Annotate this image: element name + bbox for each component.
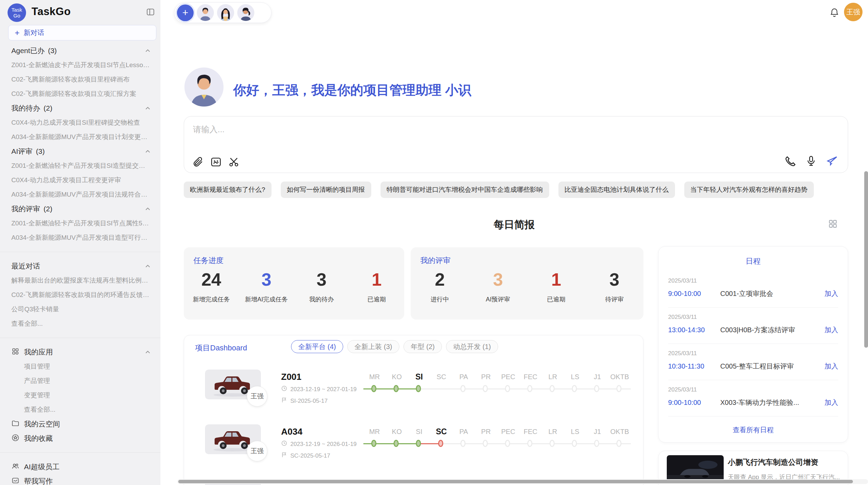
chat-input[interactable] (193, 124, 837, 147)
paperclip-icon[interactable] (192, 156, 204, 168)
milestone-dot (460, 440, 466, 447)
event-join-link[interactable]: 加入 (824, 289, 838, 298)
stat-card-title: 任务进度 (193, 256, 224, 266)
chevron-up-icon[interactable] (144, 348, 152, 356)
suggestion-chip[interactable]: 比亚迪全固态电池计划具体说了什么 (558, 182, 675, 198)
sidebar-conversation-item[interactable]: Z001-全新燃油皮卡产品开发项目SI节点Lesson Learn报告 (0, 58, 160, 72)
suggestion-chip[interactable]: 欧洲新规最近颁布了什么? (184, 182, 272, 198)
sidebar-recent-item[interactable]: C02-飞腾新能源轻客改款项目的闭环通告反馈情况 (0, 288, 160, 302)
stat-label: 新增完成任务 (184, 295, 239, 303)
notifications-bell-icon[interactable] (829, 7, 840, 18)
project-dashboard-card: 项目Dashboard 全新平台 (4)全新上装 (3)年型 (2)动总开发 (… (184, 335, 643, 485)
milestone-PEC: PEC (497, 426, 519, 452)
sidebar-tool-people-icon[interactable]: AI超级员工 (0, 460, 160, 474)
sidebar-conversation-item[interactable]: A034-全新新能源MUV产品开发项目造型可行性评审 (0, 231, 160, 245)
chevron-up-icon[interactable] (144, 104, 152, 112)
dashboard-tab[interactable]: 全新平台 (4) (291, 340, 343, 353)
add-agent-button[interactable]: + (177, 4, 194, 21)
agent-avatar-1[interactable] (197, 4, 214, 21)
sidebar-tool-write-icon[interactable]: 帮我写作 (0, 474, 160, 485)
milestone-label: PR (475, 426, 497, 437)
sidebar-conversation-item[interactable]: C02-飞腾新能源轻客改款项目里程碑画布 (0, 72, 160, 87)
project-owner-chip: 王强 (247, 386, 267, 407)
sidebar-app-item[interactable]: 查看全部... (0, 402, 160, 417)
sidebar-conversation-item[interactable]: A034-全新新能源MUV产品开发项目计划变更表编写 (0, 130, 160, 144)
project-row[interactable]: 王强 A034 2023-12-19 ~ 2026-01-19 SC-2025-… (184, 424, 643, 479)
sidebar-conversation-item[interactable]: C02-飞腾新能源轻客改款项目立项汇报方案 (0, 87, 160, 101)
sidebar-conversation-item[interactable]: Z001-全新燃油轻卡产品开发项目SI造型提交物评审 (0, 159, 160, 173)
agent-avatar-3[interactable] (237, 4, 254, 21)
dashboard-tab[interactable]: 全新上装 (3) (347, 340, 399, 353)
milestone-dot (505, 385, 510, 392)
sidebar-header: Task Go TaskGo (0, 0, 160, 25)
sidebar-my-apps-header[interactable]: 我的应用 (0, 345, 160, 359)
chat-input-card (184, 116, 848, 173)
sidebar: Task Go TaskGo + 新对话 Agent已办(3)Z001-全新燃油… (0, 0, 160, 485)
sidebar-app-item[interactable]: 产品管理 (0, 374, 160, 388)
chevron-up-icon[interactable] (144, 262, 152, 270)
milestone-FEC: FEC (519, 426, 542, 452)
sidebar-section-header-1[interactable]: 我的待办(2) (0, 101, 160, 115)
event-join-link[interactable]: 加入 (824, 398, 838, 407)
sidebar-sections: Agent已办(3)Z001-全新燃油皮卡产品开发项目SI节点Lesson Le… (0, 43, 160, 485)
sidebar-conversation-item[interactable]: Z001-全新燃油轻卡产品开发项目SI节点属性5D文件评审 (0, 216, 160, 231)
milestone-dot (394, 385, 399, 392)
suggestion-chip[interactable]: 如何写一份清晰的项目周报 (281, 182, 371, 198)
sidebar-recent-item[interactable]: 解释最新出台的欧盟报废车法规再生塑料比例被调至15%... (0, 273, 160, 288)
microphone-icon[interactable] (805, 155, 817, 167)
greeting-text: 你好，王强，我是你的项目管理助理 小识 (233, 82, 471, 99)
chevron-up-icon[interactable] (144, 47, 152, 54)
sidebar-conversation-item[interactable]: A034-全新新能源MUV产品开发项目法规符合性评审 (0, 187, 160, 202)
send-icon[interactable] (825, 155, 839, 167)
agent-avatar-2[interactable] (217, 4, 234, 21)
user-avatar[interactable]: 王强 (844, 3, 863, 21)
chevron-up-icon[interactable] (144, 205, 152, 213)
image-icon[interactable] (210, 156, 222, 168)
event-join-link[interactable]: 加入 (824, 362, 838, 371)
phone-icon[interactable] (785, 155, 797, 167)
chevron-up-icon[interactable] (144, 148, 152, 155)
sidebar-item-star-badge-icon[interactable]: 我的收藏 (0, 431, 160, 446)
project-flag-milestone: SC-2025-05-17 (281, 452, 330, 460)
sidebar-recent-item[interactable]: 查看全部... (0, 316, 160, 331)
schedule-events: 2025/03/11 9:00-10:00 C001-立项审批会 加入 2025… (659, 271, 848, 416)
star-badge-icon (11, 434, 20, 444)
milestone-LS: LS (564, 372, 586, 397)
stat-value: 3 (239, 269, 294, 290)
horizontal-scrollbar[interactable] (177, 479, 868, 484)
dashboard-tab[interactable]: 年型 (2) (403, 340, 442, 353)
milestone-label: PR (475, 372, 497, 382)
milestone-dot (416, 440, 421, 447)
event-join-link[interactable]: 加入 (824, 325, 838, 335)
sidebar-section-header-3[interactable]: 我的评审(2) (0, 202, 160, 216)
suggestion-chip[interactable]: 特朗普可能对进口汽车增税会对中国车企造成哪些影响 (381, 182, 549, 198)
sidebar-recent-header[interactable]: 最近对话 (0, 259, 160, 273)
input-attachments (192, 156, 240, 168)
tool-label: AI超级员工 (24, 462, 60, 472)
scissors-icon[interactable] (228, 156, 240, 168)
stat-item: 1已逾期 (349, 269, 404, 314)
horizontal-scrollbar-thumb[interactable] (178, 480, 853, 483)
sidebar-recent-item[interactable]: 公司Q3轻卡销量 (0, 302, 160, 316)
sidebar-app-item[interactable]: 项目管理 (0, 359, 160, 374)
milestone-OKTB: OKTB (608, 426, 631, 452)
milestone-dot (505, 440, 510, 447)
sidebar-item-folder-icon[interactable]: 我的云空间 (0, 417, 160, 431)
sidebar-section-header-2[interactable]: AI评审(3) (0, 144, 160, 159)
dashboard-tab[interactable]: 动总开发 (1) (446, 340, 498, 353)
sidebar-conversation-item[interactable]: C0X4-动力总成开发项目工程变更评审 (0, 173, 160, 187)
sidebar-conversation-item[interactable]: C0X4-动力总成开发项目SI里程碑提交物检查 (0, 115, 160, 130)
new-chat-button[interactable]: + 新对话 (8, 25, 156, 40)
project-row[interactable]: 王强 Z001 2023-12-19 ~ 2027-01-19 SI-2025-… (184, 370, 643, 424)
write-icon (11, 476, 20, 485)
layout-grid-icon[interactable] (828, 219, 837, 230)
milestone-PR: PR (475, 372, 497, 397)
people-icon (11, 462, 20, 472)
sidebar-app-item[interactable]: 变更管理 (0, 388, 160, 402)
sidebar-collapse-icon[interactable] (146, 8, 155, 16)
sidebar-section-header-0[interactable]: Agent已办(3) (0, 43, 160, 58)
vertical-scrollbar-thumb[interactable] (864, 171, 868, 348)
milestone-label: LR (542, 372, 564, 382)
view-all-schedule-link[interactable]: 查看所有日程 (659, 425, 848, 435)
suggestion-chip[interactable]: 当下年轻人对汽车外观有怎样的喜好趋势 (684, 182, 814, 198)
